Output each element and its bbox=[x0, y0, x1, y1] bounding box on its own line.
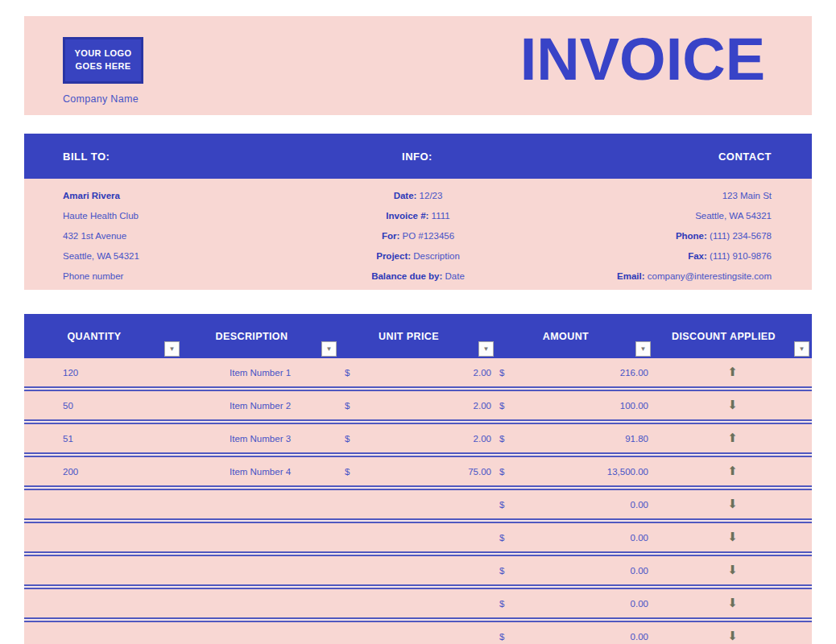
bill-to-street: 432 1st Avenue bbox=[63, 226, 139, 246]
table-row: $0.00⬇ bbox=[24, 556, 812, 584]
amount-value: 91.80 bbox=[625, 434, 648, 444]
discount-cell: ⬇ bbox=[653, 622, 812, 644]
unit-price-value: 2.00 bbox=[474, 401, 491, 411]
quantity-cell bbox=[24, 523, 182, 551]
description-cell bbox=[182, 589, 339, 617]
section-header-bar: BILL TO: INFO: CONTACT bbox=[24, 134, 812, 179]
description-cell bbox=[182, 523, 339, 551]
table-row: $0.00⬇ bbox=[24, 490, 812, 518]
table-row: $0.00⬇ bbox=[24, 622, 812, 644]
amount-value: 216.00 bbox=[620, 368, 648, 378]
filter-dropdown-unit-price[interactable]: ▼ bbox=[478, 341, 494, 357]
amount-cell: $216.00 bbox=[496, 358, 653, 386]
discount-cell: ⬆ bbox=[653, 424, 812, 452]
discount-cell: ⬆ bbox=[653, 457, 812, 485]
unit-price-value: 2.00 bbox=[474, 368, 491, 378]
quantity-cell: 120 bbox=[24, 358, 182, 386]
column-header-amount: AMOUNT ▼ bbox=[496, 314, 653, 358]
quantity-cell bbox=[24, 490, 182, 518]
currency-symbol: $ bbox=[499, 533, 504, 543]
column-header-unit-price: UNIT PRICE ▼ bbox=[339, 314, 496, 358]
column-header-quantity: QUANTITY ▼ bbox=[24, 314, 182, 358]
page-title: INVOICE bbox=[520, 10, 765, 109]
description-cell bbox=[182, 490, 339, 518]
contact-phone: Phone: (111) 234-5678 bbox=[617, 226, 772, 246]
unit-price-cell: $2.00 bbox=[339, 358, 496, 386]
info-label: INFO: bbox=[299, 151, 535, 163]
down-arrow-icon: ⬇ bbox=[727, 597, 738, 609]
currency-symbol: $ bbox=[345, 434, 350, 444]
amount-cell: $0.00 bbox=[496, 622, 653, 644]
invoice-info-panel: Date: 12/23 Invoice #: 1111 For: PO #123… bbox=[24, 179, 812, 290]
bill-to-city: Seattle, WA 54321 bbox=[63, 246, 139, 266]
unit-price-cell bbox=[339, 622, 496, 644]
dropdown-arrow-icon: ▼ bbox=[483, 346, 490, 353]
description-cell: Item Number 3 bbox=[182, 424, 339, 452]
dropdown-arrow-icon: ▼ bbox=[799, 346, 805, 353]
down-arrow-icon: ⬇ bbox=[727, 498, 738, 510]
contact-label: CONTACT bbox=[536, 151, 812, 163]
invoice-table-rows: 120Item Number 1$2.00$216.00⬆50Item Numb… bbox=[24, 358, 812, 644]
header-band: YOUR LOGO GOES HERE Company Name INVOICE bbox=[24, 16, 812, 115]
quantity-cell bbox=[24, 556, 182, 584]
amount-cell: $91.80 bbox=[496, 424, 653, 452]
amount-value: 0.00 bbox=[631, 533, 648, 543]
amount-value: 0.00 bbox=[631, 566, 648, 576]
table-row: 120Item Number 1$2.00$216.00⬆ bbox=[24, 358, 812, 386]
currency-symbol: $ bbox=[499, 401, 504, 411]
currency-symbol: $ bbox=[499, 368, 504, 378]
quantity-cell: 200 bbox=[24, 457, 182, 485]
quantity-cell: 51 bbox=[24, 424, 182, 452]
currency-symbol: $ bbox=[499, 500, 504, 510]
quantity-cell: 50 bbox=[24, 391, 182, 419]
dropdown-arrow-icon: ▼ bbox=[169, 346, 176, 353]
unit-price-cell bbox=[339, 490, 496, 518]
discount-cell: ⬇ bbox=[653, 523, 812, 551]
logo-placeholder: YOUR LOGO GOES HERE bbox=[63, 37, 143, 84]
amount-value: 0.00 bbox=[631, 500, 648, 510]
currency-symbol: $ bbox=[499, 434, 504, 444]
currency-symbol: $ bbox=[499, 566, 504, 576]
down-arrow-icon: ⬇ bbox=[727, 564, 738, 576]
currency-symbol: $ bbox=[499, 632, 504, 642]
filter-dropdown-description[interactable]: ▼ bbox=[321, 341, 337, 357]
company-name: Company Name bbox=[63, 93, 139, 105]
up-arrow-icon: ⬆ bbox=[727, 366, 738, 378]
unit-price-cell bbox=[339, 523, 496, 551]
filter-dropdown-discount-applied[interactable]: ▼ bbox=[794, 341, 809, 357]
amount-value: 0.00 bbox=[631, 599, 648, 609]
filter-dropdown-amount[interactable]: ▼ bbox=[635, 341, 651, 357]
contact-fax: Fax: (111) 910-9876 bbox=[617, 246, 772, 266]
description-cell bbox=[182, 556, 339, 584]
currency-symbol: $ bbox=[345, 368, 350, 378]
currency-symbol: $ bbox=[345, 467, 350, 477]
down-arrow-icon: ⬇ bbox=[727, 630, 738, 642]
description-cell: Item Number 4 bbox=[182, 457, 339, 485]
discount-cell: ⬇ bbox=[653, 556, 812, 584]
bill-to-phone: Phone number bbox=[63, 266, 139, 287]
contact-email: Email: company@interestingsite.com bbox=[617, 266, 772, 287]
amount-value: 13,500.00 bbox=[607, 467, 648, 477]
quantity-cell bbox=[24, 622, 182, 644]
filter-dropdown-quantity[interactable]: ▼ bbox=[164, 341, 180, 357]
unit-price-cell: $75.00 bbox=[339, 457, 496, 485]
currency-symbol: $ bbox=[499, 467, 504, 477]
logo-text-line1: YOUR LOGO bbox=[75, 47, 132, 60]
amount-cell: $0.00 bbox=[496, 490, 653, 518]
amount-cell: $13,500.00 bbox=[496, 457, 653, 485]
amount-cell: $0.00 bbox=[496, 556, 653, 584]
unit-price-cell bbox=[339, 589, 496, 617]
table-row: $0.00⬇ bbox=[24, 523, 812, 551]
dropdown-arrow-icon: ▼ bbox=[640, 346, 647, 353]
table-row: 51Item Number 3$2.00$91.80⬆ bbox=[24, 424, 812, 452]
dropdown-arrow-icon: ▼ bbox=[326, 346, 333, 353]
bill-to-name: Amari Rivera bbox=[63, 186, 139, 206]
amount-value: 100.00 bbox=[620, 401, 648, 411]
table-row: $0.00⬇ bbox=[24, 589, 812, 617]
discount-cell: ⬇ bbox=[653, 391, 812, 419]
unit-price-cell: $2.00 bbox=[339, 424, 496, 452]
contact-column: 123 Main St Seattle, WA 54321 Phone: (11… bbox=[617, 186, 772, 287]
logo-text-line2: GOES HERE bbox=[75, 60, 132, 73]
discount-cell: ⬇ bbox=[653, 589, 812, 617]
table-row: 50Item Number 2$2.00$100.00⬇ bbox=[24, 391, 812, 419]
